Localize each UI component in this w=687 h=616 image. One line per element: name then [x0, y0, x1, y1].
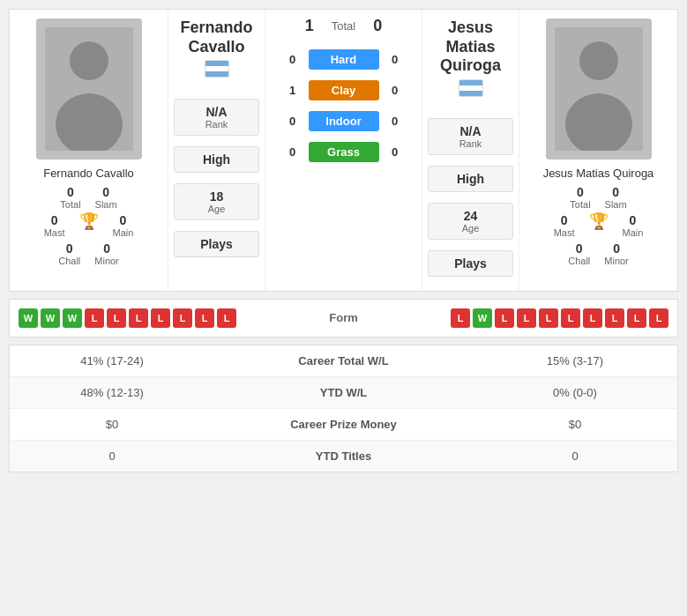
player1-minor: 0 Minor: [94, 241, 119, 266]
player1-slam: 0 Slam: [95, 185, 117, 210]
form-label: Form: [329, 311, 358, 324]
player2-stats-row3: 0 Chall 0 Minor: [568, 241, 629, 266]
ytd-wl-left: 48% (12-13): [24, 386, 200, 399]
trophy-icon-right: 🏆: [589, 213, 609, 229]
career-total-label: Career Total W/L: [200, 354, 487, 367]
career-prize-right: $0: [487, 418, 663, 431]
surface-indoor-btn: Indoor: [309, 111, 379, 131]
form-section: WWWLLLLLLL Form LWLLLLLLLL: [9, 299, 678, 338]
ytd-wl-right: 0% (0-0): [487, 386, 663, 399]
form-badge-l: L: [195, 308, 214, 328]
player1-chall: 0 Chall: [58, 241, 80, 266]
player1-mast: 0 Mast: [44, 213, 65, 238]
career-total-left: 41% (17-24): [24, 354, 200, 367]
player1-middle-stats: Fernando Cavallo N/A Rank High 18 Age Pl…: [168, 10, 265, 291]
svg-point-4: [579, 41, 618, 80]
surface-hard-btn: Hard: [309, 49, 379, 70]
career-prize-left: $0: [24, 418, 200, 431]
player2-trophy: 🏆: [589, 213, 609, 238]
form-badges-right: LWLLLLLLLL: [451, 308, 668, 328]
form-badge-l: L: [217, 308, 236, 328]
form-badge-w: W: [41, 308, 60, 328]
surface-grass-btn: Grass: [309, 142, 379, 162]
main-container: Fernando Cavallo 0 Total 0 Slam 0 Mast: [0, 0, 687, 481]
ytd-titles-label: YTD Titles: [200, 449, 487, 463]
form-badge-l: L: [605, 308, 624, 328]
form-badge-l: L: [517, 308, 536, 328]
player2-minor: 0 Minor: [604, 241, 629, 266]
player1-stats-row1: 0 Total 0 Slam: [60, 185, 116, 210]
player2-heading: Jesus Matias Quiroga: [428, 19, 513, 76]
ytd-wl-label: YTD W/L: [200, 386, 487, 399]
player2-flag: [459, 79, 483, 97]
form-badge-l: L: [107, 308, 126, 328]
career-total-row: 41% (17-24) Career Total W/L 15% (3-17): [10, 345, 677, 377]
player2-rank-block: N/A Rank: [428, 118, 513, 155]
score-header: 1 Total 0: [305, 17, 383, 35]
form-badge-l: L: [583, 308, 602, 328]
ytd-titles-left: 0: [24, 449, 200, 463]
player1-name-flag: Fernando Cavallo: [174, 19, 259, 86]
player2-name-flag: Jesus Matias Quiroga: [428, 19, 513, 106]
player1-heading: Fernando Cavallo: [174, 19, 259, 56]
player1-age-block: 18 Age: [174, 183, 259, 220]
form-badge-w: W: [473, 308, 492, 328]
player1-main: 0 Main: [113, 213, 134, 238]
player2-stats-row1: 0 Total 0 Slam: [570, 185, 626, 210]
form-badge-l: L: [151, 308, 170, 328]
form-badges-left: WWWLLLLLLL: [19, 308, 236, 328]
player1-plays-block: Plays: [174, 231, 259, 257]
player2-age-block: 24 Age: [428, 203, 513, 240]
form-badge-l: L: [495, 308, 514, 328]
surface-hard-row: 0 Hard 0: [269, 49, 418, 70]
ytd-titles-row: 0 YTD Titles 0: [10, 441, 677, 471]
form-badge-l: L: [627, 308, 646, 328]
form-badge-l: L: [129, 308, 148, 328]
player1-card: Fernando Cavallo 0 Total 0 Slam 0 Mast: [10, 10, 168, 291]
player1-avatar: [36, 19, 142, 160]
player2-total: 0 Total: [570, 185, 590, 210]
surface-grass-row: 0 Grass 0: [269, 142, 418, 162]
player2-avatar: [546, 19, 652, 160]
player1-name: Fernando Cavallo: [43, 167, 134, 180]
player2-mast: 0 Mast: [554, 213, 575, 238]
player2-stats: 0 Total 0 Slam 0 Mast 🏆: [528, 185, 668, 266]
form-badge-l: L: [85, 308, 104, 328]
player1-total: 0 Total: [60, 185, 80, 210]
form-badge-w: W: [19, 308, 38, 328]
surface-clay-row: 1 Clay 0: [269, 80, 418, 100]
form-badge-l: L: [649, 308, 668, 328]
player2-slam: 0 Slam: [605, 185, 627, 210]
player2-main: 0 Main: [623, 213, 644, 238]
player2-stats-row2: 0 Mast 🏆 0 Main: [554, 213, 644, 238]
form-badge-l: L: [173, 308, 192, 328]
career-prize-label: Career Prize Money: [200, 418, 487, 431]
player2-name: Jesus Matias Quiroga: [543, 167, 654, 180]
form-badge-l: L: [539, 308, 558, 328]
player1-flag: [205, 60, 229, 78]
player1-trophy: 🏆: [79, 213, 99, 238]
trophy-icon-left: 🏆: [79, 213, 99, 229]
player2-chall: 0 Chall: [568, 241, 590, 266]
form-badge-l: L: [561, 308, 580, 328]
player2-plays-block: Plays: [428, 250, 513, 277]
surface-indoor-row: 0 Indoor 0: [269, 111, 418, 131]
surface-clay-btn: Clay: [309, 80, 379, 100]
svg-point-1: [70, 41, 108, 80]
players-section: Fernando Cavallo 0 Total 0 Slam 0 Mast: [9, 9, 678, 292]
ytd-titles-right: 0: [487, 449, 663, 463]
player1-rank-block: N/A Rank: [174, 99, 259, 136]
player1-stats-row2: 0 Mast 🏆 0 Main: [44, 213, 134, 238]
ytd-wl-row: 48% (12-13) YTD W/L 0% (0-0): [10, 377, 677, 409]
player2-high-block: High: [428, 166, 513, 192]
stats-table: 41% (17-24) Career Total W/L 15% (3-17) …: [9, 345, 678, 472]
player1-stats-row3: 0 Chall 0 Minor: [58, 241, 119, 266]
player1-stats: 0 Total 0 Slam 0 Mast 🏆: [19, 185, 159, 266]
career-prize-row: $0 Career Prize Money $0: [10, 409, 677, 441]
player1-high-block: High: [174, 146, 259, 173]
form-badge-l: L: [451, 308, 470, 328]
career-total-right: 15% (3-17): [487, 354, 663, 367]
form-badge-w: W: [63, 308, 82, 328]
center-match: 1 Total 0 0 Hard 0 1 Clay 0 0 Indoor 0 0: [265, 10, 422, 291]
player2-middle-stats: Jesus Matias Quiroga N/A Rank High 24 Ag…: [422, 10, 519, 291]
